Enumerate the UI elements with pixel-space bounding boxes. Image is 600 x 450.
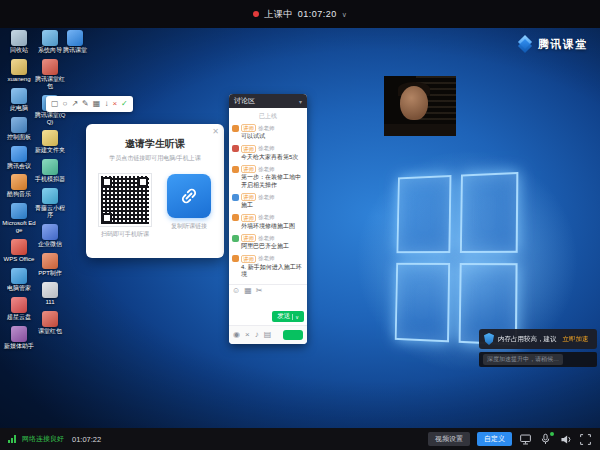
image-icon[interactable]: ▦ xyxy=(244,287,252,295)
send-options-icon[interactable]: ∨ xyxy=(292,314,299,320)
music-icon[interactable]: ♪ xyxy=(255,331,259,339)
desktop-icon-企业微信[interactable]: 企业微信 xyxy=(33,224,67,248)
desktop-icon-课堂红包[interactable]: 课堂红包 xyxy=(33,311,67,335)
message-text: 今天给大家再看第5次 xyxy=(241,154,304,162)
download-icon[interactable]: ↓ xyxy=(104,100,108,108)
avatar xyxy=(232,235,239,242)
desktop-icon-腾讯会议[interactable]: 腾讯会议 xyxy=(2,146,36,170)
desktop-icon-glyph xyxy=(42,224,58,240)
desktop-icon-label: 手机模拟器 xyxy=(35,176,65,183)
desktop-icon-glyph xyxy=(11,297,27,313)
rect-tool-icon[interactable]: ▢ xyxy=(51,100,59,108)
desktop-icon-青藤云小程序[interactable]: 青藤云小程序 xyxy=(33,188,67,219)
elapsed-time: 01:07:22 xyxy=(72,435,101,444)
person-face xyxy=(400,86,428,120)
desktop-icon-腾讯课堂红包[interactable]: 腾讯课堂红包 xyxy=(33,59,67,90)
desktop-icon-WPS Office[interactable]: WPS Office xyxy=(2,239,36,263)
desktop-icon-glyph xyxy=(11,174,27,190)
desktop-icon-电脑管家[interactable]: 电脑管家 xyxy=(2,268,36,292)
teacher-badge: 讲师 xyxy=(241,234,256,242)
desktop-icon-PPT制作[interactable]: PPT制作 xyxy=(33,253,67,277)
teacher-webcam-video[interactable] xyxy=(384,76,456,136)
message-text: 施工 xyxy=(241,202,304,210)
class-timer: 01:07:20 xyxy=(298,9,337,19)
desktop-icon-glyph xyxy=(42,188,58,204)
desktop-icon-超星云盘[interactable]: 超星云盘 xyxy=(2,297,36,321)
record-icon[interactable]: ◉ xyxy=(233,331,240,339)
desktop-icon-手机模拟器[interactable]: 手机模拟器 xyxy=(33,159,67,183)
mosaic-tool-icon[interactable]: ▦ xyxy=(93,100,101,108)
desktop-icon-xuaneng[interactable]: xuaneng xyxy=(2,59,36,83)
desktop-icon-label: Microsoft Edge xyxy=(2,220,36,234)
close-icon[interactable]: ✕ xyxy=(212,127,219,136)
desktop: 回收站xuaneng此电脑控制面板腾讯会议酷狗音乐Microsoft EdgeW… xyxy=(0,28,600,428)
confirm-icon[interactable]: ✓ xyxy=(121,100,128,108)
fullscreen-icon[interactable] xyxy=(579,433,592,446)
copy-link-button[interactable] xyxy=(167,174,211,218)
person-torso xyxy=(384,124,456,136)
chevron-down-icon[interactable]: ∨ xyxy=(342,11,347,19)
footer-action-button[interactable] xyxy=(283,330,303,340)
desktop-icon-腾讯课堂[interactable]: 腾讯课堂 xyxy=(58,30,92,54)
desktop-icon-label: 回收站 xyxy=(10,47,28,54)
memory-text: 内存占用较高，建议 xyxy=(498,335,557,344)
desktop-icon-控制面板[interactable]: 控制面板 xyxy=(2,117,36,141)
arrow-tool-icon[interactable]: ↗ xyxy=(71,100,78,108)
desktop-icon-111[interactable]: 111 xyxy=(33,282,67,306)
microphone-icon[interactable] xyxy=(539,433,552,446)
send-button[interactable]: 发送∨ xyxy=(272,311,304,322)
desktop-icon-此电脑[interactable]: 此电脑 xyxy=(2,88,36,112)
desktop-icon-glyph xyxy=(11,203,27,219)
sender-name: 徐老师 xyxy=(258,235,275,242)
qr-code xyxy=(99,174,151,226)
desktop-icon-glyph xyxy=(11,268,27,284)
sender-name: 徐老师 xyxy=(258,214,275,221)
desktop-icon-酷狗音乐[interactable]: 酷狗音乐 xyxy=(2,174,36,198)
windows-logo-pane xyxy=(460,172,518,253)
discussion-header[interactable]: 讨论区 ▾ xyxy=(229,94,307,108)
dialog-subtitle: 学员点击链接即可用电脑/手机上课 xyxy=(86,154,224,163)
video-settings-button[interactable]: 视频设置 xyxy=(428,432,470,446)
message-text: 阿里巴巴齐全施工 xyxy=(241,243,304,251)
panel-footer-toolbar: ◉×♪▤ xyxy=(229,325,307,344)
message-list[interactable]: 已上线 讲师徐老师可以试试讲师徐老师今天给大家再看第5次讲师徐老师第一步：在装修… xyxy=(229,108,307,284)
memory-notification: 内存占用较高，建议 立即加速 xyxy=(479,329,597,349)
teacher-badge: 讲师 xyxy=(241,165,256,173)
collapse-icon[interactable]: ▾ xyxy=(299,98,302,105)
desktop-icon-回收站[interactable]: 回收站 xyxy=(2,30,36,54)
teacher-badge: 讲师 xyxy=(241,145,256,153)
cancel-icon[interactable]: × xyxy=(112,100,117,108)
boost-now-link[interactable]: 立即加速 xyxy=(563,335,589,344)
screenshot-icon[interactable]: ✂ xyxy=(256,287,263,295)
chat-message: 讲师徐老师外墙环境修缮施工图 xyxy=(232,214,304,231)
avatar xyxy=(232,125,239,132)
desktop-icon-Microsoft Edge[interactable]: Microsoft Edge xyxy=(2,203,36,234)
chat-message: 讲师徐老师阿里巴巴齐全施工 xyxy=(232,234,304,251)
teacher-badge: 讲师 xyxy=(241,124,256,132)
desktop-icon-新建文件夹[interactable]: 新建文件夹 xyxy=(33,130,67,154)
emoji-icon[interactable]: ☺ xyxy=(232,287,240,295)
chat-message: 讲师徐老师今天给大家再看第5次 xyxy=(232,145,304,162)
message-input-area[interactable]: ☺▦✂ 发送∨ xyxy=(229,284,307,325)
customize-button[interactable]: 自定义 xyxy=(477,432,512,446)
desktop-icon-label: 此电脑 xyxy=(10,105,28,112)
chat-message: 讲师徐老师第一步：在装修工地中开启相关操作 xyxy=(232,165,304,189)
message-text: 第一步：在装修工地中开启相关操作 xyxy=(241,174,304,189)
app-window: 上课中 01:07:20 ∨ 回收站xuaneng此电脑控制面板腾讯会议酷狗音乐… xyxy=(0,0,600,450)
board-icon[interactable]: ▤ xyxy=(264,331,272,339)
desktop-icon-label: 控制面板 xyxy=(7,134,31,141)
teacher-badge: 讲师 xyxy=(241,255,256,263)
pen-tool-icon[interactable]: ✎ xyxy=(82,100,89,108)
screen-share-icon[interactable] xyxy=(519,433,532,446)
screenshot-toolbar: ▢○↗✎▦↓×✓ xyxy=(46,96,133,112)
sender-name: 徐老师 xyxy=(258,255,275,262)
circle-tool-icon[interactable]: ○ xyxy=(63,100,68,108)
brand-name: 腾讯课堂 xyxy=(538,37,588,52)
dialog-title: 邀请学生听课 xyxy=(86,137,224,151)
avatar xyxy=(232,194,239,201)
avatar xyxy=(232,166,239,173)
windows-logo xyxy=(395,172,519,346)
close-icon[interactable]: × xyxy=(245,331,250,339)
speaker-icon[interactable] xyxy=(559,433,572,446)
desktop-icon-新媒体助手[interactable]: 新媒体助手 xyxy=(2,326,36,350)
